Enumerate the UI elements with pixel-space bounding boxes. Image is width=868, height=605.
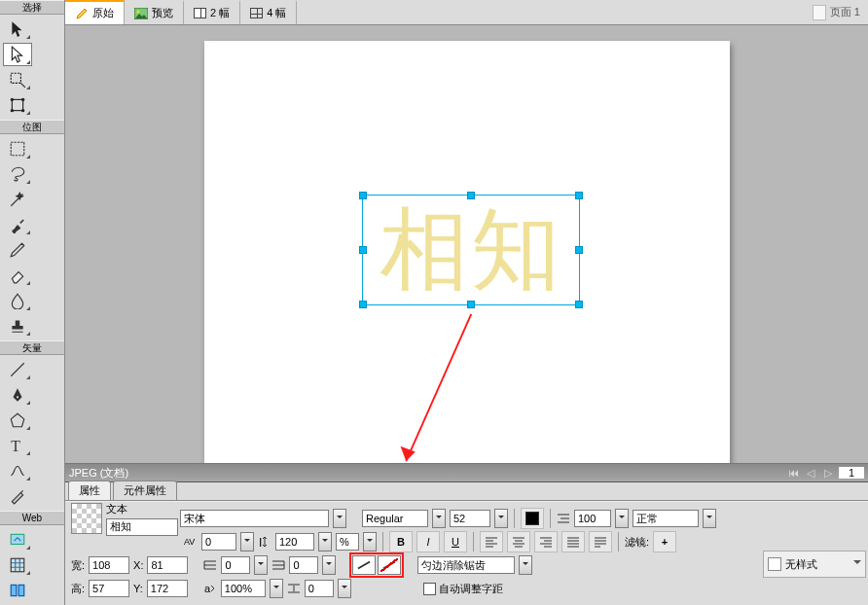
- leading-icon: I: [258, 535, 271, 549]
- leading-dropdown[interactable]: [318, 532, 332, 552]
- document-canvas[interactable]: 相知: [204, 41, 730, 463]
- shape-tool[interactable]: [3, 409, 32, 432]
- text-tool[interactable]: T: [3, 434, 32, 457]
- magic-wand-tool[interactable]: [3, 188, 32, 211]
- text-stroke-button[interactable]: [352, 555, 376, 575]
- font-family-dropdown[interactable]: [333, 509, 346, 528]
- leading-unit-dropdown[interactable]: [363, 532, 377, 552]
- italic-button[interactable]: I: [416, 531, 440, 552]
- text-no-stroke-button[interactable]: [378, 555, 401, 575]
- align-justify-button[interactable]: [561, 531, 585, 552]
- paragraph-indent-icon: [557, 512, 570, 525]
- align-right-button[interactable]: [534, 531, 558, 552]
- crop-tool[interactable]: [3, 68, 32, 91]
- add-filter-button[interactable]: +: [653, 531, 676, 552]
- slice-tool[interactable]: [3, 553, 32, 577]
- kerning-label: AV: [184, 537, 198, 547]
- tab-properties[interactable]: 属性: [68, 480, 111, 500]
- style-panel[interactable]: 无样式: [763, 551, 866, 578]
- tab-original[interactable]: 原始: [65, 0, 125, 24]
- font-style-dropdown[interactable]: [432, 509, 446, 528]
- paragraph-indent-input[interactable]: 100: [574, 510, 611, 527]
- underline-button[interactable]: U: [444, 531, 467, 552]
- lasso-tool[interactable]: [3, 162, 32, 186]
- align-stretch-button[interactable]: [589, 531, 612, 552]
- font-style-select[interactable]: Regular: [362, 510, 428, 527]
- resize-handle-e[interactable]: [575, 246, 583, 254]
- kerning-dropdown[interactable]: [240, 532, 254, 552]
- opacity-input[interactable]: 100%: [221, 580, 266, 597]
- brush-tool[interactable]: [3, 213, 32, 236]
- text-name-input[interactable]: 相知: [106, 518, 178, 536]
- leading-input[interactable]: 120: [275, 533, 314, 551]
- opacity-dropdown[interactable]: [270, 579, 283, 598]
- tab-two-up[interactable]: 2 幅: [184, 0, 240, 24]
- pointer-tool[interactable]: [3, 18, 32, 41]
- bold-button[interactable]: B: [389, 531, 413, 552]
- pencil-tool[interactable]: [3, 238, 32, 262]
- resize-handle-n[interactable]: [467, 192, 475, 199]
- paragraph-indent-dropdown[interactable]: [615, 509, 629, 528]
- nav-prev-icon[interactable]: ◁: [804, 467, 817, 480]
- resize-handle-sw[interactable]: [359, 301, 367, 308]
- svg-point-4: [11, 109, 14, 112]
- left-indent-dropdown[interactable]: [254, 555, 268, 575]
- font-size-input[interactable]: 52: [450, 510, 490, 527]
- right-indent-input[interactable]: 0: [289, 556, 318, 574]
- space-before-dropdown[interactable]: [338, 579, 351, 598]
- properties-panel: 文本 相知 宋体 Regular 52 100 正常: [65, 501, 868, 605]
- canvas-stage[interactable]: 相知: [65, 25, 868, 463]
- blur-tool[interactable]: [3, 289, 32, 312]
- kerning-input[interactable]: 0: [201, 533, 236, 551]
- object-thumbnail: [71, 503, 102, 534]
- leading-unit[interactable]: %: [336, 533, 359, 551]
- resize-handle-se[interactable]: [575, 301, 583, 308]
- toolbox-section-bitmap: 位图: [0, 120, 64, 134]
- space-before-input[interactable]: 0: [305, 580, 334, 597]
- eraser-tool[interactable]: [3, 264, 32, 287]
- hide-slices-btn[interactable]: [3, 579, 32, 602]
- tab-preview[interactable]: 预览: [125, 0, 184, 24]
- page-indicator[interactable]: 页面 1: [805, 0, 868, 24]
- freeform-tool[interactable]: [3, 459, 32, 482]
- filter-label: 滤镜:: [625, 535, 649, 550]
- tab-four-up[interactable]: 4 幅: [240, 0, 297, 24]
- svg-rect-11: [11, 558, 24, 572]
- blend-mode-select[interactable]: 正常: [633, 510, 699, 527]
- toolbox-section-vector: 矢量: [0, 340, 64, 355]
- font-family-select[interactable]: 宋体: [180, 510, 329, 527]
- resize-handle-nw[interactable]: [359, 192, 367, 199]
- tab-component-properties[interactable]: 元件属性: [113, 480, 177, 500]
- height-input[interactable]: 57: [89, 580, 129, 597]
- auto-kern-checkbox[interactable]: 自动调整字距: [423, 582, 503, 596]
- align-center-button[interactable]: [507, 531, 530, 552]
- antialias-dropdown[interactable]: [519, 555, 532, 575]
- subselect-tool[interactable]: [3, 43, 32, 66]
- x-input[interactable]: 81: [147, 556, 188, 574]
- fill-color-button[interactable]: [521, 508, 544, 529]
- font-size-dropdown[interactable]: [494, 509, 508, 528]
- transform-tool[interactable]: [3, 93, 32, 117]
- text-object-selection[interactable]: 相知: [362, 195, 580, 305]
- left-indent-input[interactable]: 0: [221, 556, 250, 574]
- width-input[interactable]: 108: [89, 556, 129, 574]
- nav-first-icon[interactable]: ⏮: [786, 467, 800, 479]
- right-indent-dropdown[interactable]: [322, 555, 336, 575]
- line-tool[interactable]: [3, 358, 32, 381]
- hotspot-tool[interactable]: [3, 528, 32, 552]
- resize-handle-w[interactable]: [359, 246, 367, 254]
- resize-handle-ne[interactable]: [575, 192, 583, 199]
- align-left-button[interactable]: [480, 531, 503, 552]
- text-object[interactable]: 相知: [363, 196, 579, 304]
- knife-tool[interactable]: [3, 484, 32, 508]
- app-root: 选择 位图 矢量 T Web: [0, 0, 868, 605]
- pen-tool[interactable]: [3, 383, 32, 407]
- resize-handle-s[interactable]: [467, 301, 475, 308]
- image-icon: [134, 8, 148, 19]
- stamp-tool[interactable]: [3, 314, 32, 338]
- y-input[interactable]: 172: [147, 580, 188, 597]
- marquee-tool[interactable]: [3, 137, 32, 160]
- blend-mode-dropdown[interactable]: [703, 509, 716, 528]
- antialias-select[interactable]: 匀边消除锯齿: [417, 556, 515, 574]
- nav-next-icon[interactable]: ▷: [821, 467, 835, 480]
